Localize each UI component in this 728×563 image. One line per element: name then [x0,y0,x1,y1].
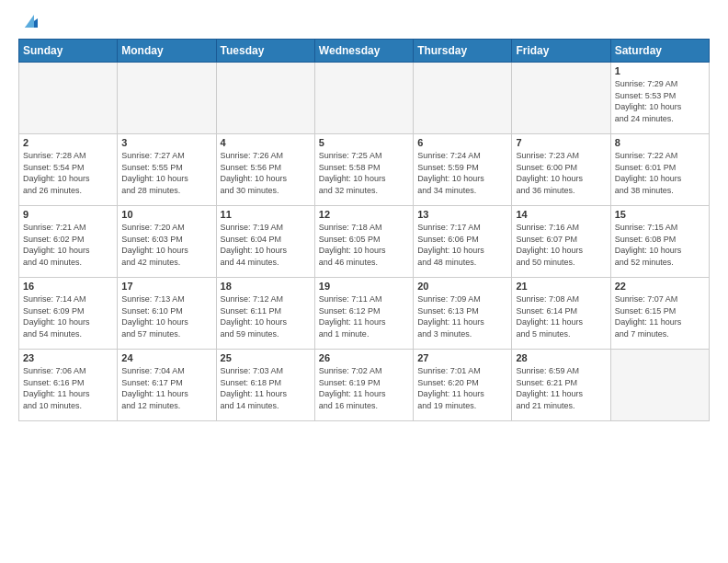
svg-marker-1 [25,15,34,28]
day-number: 13 [417,209,507,220]
calendar-cell: 15Sunrise: 7:15 AM Sunset: 6:08 PM Dayli… [610,206,709,278]
day-info: Sunrise: 7:17 AM Sunset: 6:06 PM Dayligh… [417,222,507,268]
day-info: Sunrise: 7:24 AM Sunset: 5:59 PM Dayligh… [417,150,507,196]
day-number: 18 [221,281,311,292]
day-number: 11 [221,209,311,220]
day-number: 10 [121,209,211,220]
day-number: 9 [23,209,113,220]
weekday-header-monday: Monday [118,40,216,63]
day-info: Sunrise: 7:09 AM Sunset: 6:13 PM Dayligh… [417,293,507,339]
day-info: Sunrise: 7:23 AM Sunset: 6:00 PM Dayligh… [516,150,606,196]
calendar-cell [314,63,413,134]
day-number: 8 [615,137,705,148]
day-info: Sunrise: 7:29 AM Sunset: 5:53 PM Dayligh… [615,78,705,124]
day-number: 19 [319,281,409,292]
logo [18,15,41,31]
day-info: Sunrise: 7:11 AM Sunset: 6:12 PM Dayligh… [319,293,409,339]
day-number: 5 [319,137,409,148]
weekday-header-saturday: Saturday [610,40,709,63]
calendar-cell [610,350,709,421]
day-number: 17 [121,281,211,292]
day-info: Sunrise: 7:25 AM Sunset: 5:58 PM Dayligh… [319,150,409,196]
page-header [18,15,710,31]
calendar-cell: 7Sunrise: 7:23 AM Sunset: 6:00 PM Daylig… [512,134,610,206]
day-number: 12 [319,209,409,220]
calendar-cell: 12Sunrise: 7:18 AM Sunset: 6:05 PM Dayli… [314,206,413,278]
day-number: 26 [319,352,409,363]
day-number: 2 [23,137,113,148]
week-row-2: 2Sunrise: 7:28 AM Sunset: 5:54 PM Daylig… [19,134,710,206]
calendar-cell: 25Sunrise: 7:03 AM Sunset: 6:18 PM Dayli… [216,350,314,421]
day-info: Sunrise: 7:12 AM Sunset: 6:11 PM Dayligh… [221,293,311,339]
day-number: 4 [221,137,311,148]
calendar-cell: 10Sunrise: 7:20 AM Sunset: 6:03 PM Dayli… [118,206,216,278]
calendar-cell [512,63,610,134]
day-info: Sunrise: 7:28 AM Sunset: 5:54 PM Dayligh… [23,150,113,196]
weekday-header-tuesday: Tuesday [216,40,314,63]
day-number: 28 [516,352,606,363]
day-info: Sunrise: 7:07 AM Sunset: 6:15 PM Dayligh… [615,293,705,339]
day-number: 25 [221,352,311,363]
weekday-header-sunday: Sunday [19,40,118,63]
calendar-cell: 27Sunrise: 7:01 AM Sunset: 6:20 PM Dayli… [414,350,512,421]
weekday-header-friday: Friday [512,40,610,63]
weekday-header-thursday: Thursday [414,40,512,63]
day-info: Sunrise: 7:03 AM Sunset: 6:18 PM Dayligh… [221,365,311,411]
week-row-4: 16Sunrise: 7:14 AM Sunset: 6:09 PM Dayli… [19,278,710,350]
calendar-cell: 17Sunrise: 7:13 AM Sunset: 6:10 PM Dayli… [118,278,216,350]
day-info: Sunrise: 7:15 AM Sunset: 6:08 PM Dayligh… [615,222,705,268]
calendar-cell: 26Sunrise: 7:02 AM Sunset: 6:19 PM Dayli… [314,350,413,421]
calendar-cell: 16Sunrise: 7:14 AM Sunset: 6:09 PM Dayli… [19,278,118,350]
day-number: 22 [615,281,705,292]
calendar-cell: 20Sunrise: 7:09 AM Sunset: 6:13 PM Dayli… [414,278,512,350]
calendar-cell [216,63,314,134]
week-row-3: 9Sunrise: 7:21 AM Sunset: 6:02 PM Daylig… [19,206,710,278]
calendar-cell: 23Sunrise: 7:06 AM Sunset: 6:16 PM Dayli… [19,350,118,421]
logo-icon [21,11,41,31]
day-number: 23 [23,352,113,363]
calendar-cell: 3Sunrise: 7:27 AM Sunset: 5:55 PM Daylig… [118,134,216,206]
day-number: 6 [417,137,507,148]
day-info: Sunrise: 7:19 AM Sunset: 6:04 PM Dayligh… [221,222,311,268]
calendar-cell: 5Sunrise: 7:25 AM Sunset: 5:58 PM Daylig… [314,134,413,206]
day-info: Sunrise: 7:06 AM Sunset: 6:16 PM Dayligh… [23,365,113,411]
day-info: Sunrise: 7:01 AM Sunset: 6:20 PM Dayligh… [417,365,507,411]
day-number: 3 [121,137,211,148]
calendar-cell: 4Sunrise: 7:26 AM Sunset: 5:56 PM Daylig… [216,134,314,206]
calendar-cell: 2Sunrise: 7:28 AM Sunset: 5:54 PM Daylig… [19,134,118,206]
calendar-table: SundayMondayTuesdayWednesdayThursdayFrid… [18,39,710,421]
day-number: 1 [615,65,705,76]
week-row-5: 23Sunrise: 7:06 AM Sunset: 6:16 PM Dayli… [19,350,710,421]
day-info: Sunrise: 7:02 AM Sunset: 6:19 PM Dayligh… [319,365,409,411]
calendar-cell: 6Sunrise: 7:24 AM Sunset: 5:59 PM Daylig… [414,134,512,206]
calendar-cell: 11Sunrise: 7:19 AM Sunset: 6:04 PM Dayli… [216,206,314,278]
day-info: Sunrise: 7:18 AM Sunset: 6:05 PM Dayligh… [319,222,409,268]
calendar-cell [118,63,216,134]
day-number: 14 [516,209,606,220]
calendar-cell: 21Sunrise: 7:08 AM Sunset: 6:14 PM Dayli… [512,278,610,350]
day-info: Sunrise: 7:04 AM Sunset: 6:17 PM Dayligh… [121,365,211,411]
calendar-cell: 28Sunrise: 6:59 AM Sunset: 6:21 PM Dayli… [512,350,610,421]
calendar-cell: 8Sunrise: 7:22 AM Sunset: 6:01 PM Daylig… [610,134,709,206]
calendar-cell: 1Sunrise: 7:29 AM Sunset: 5:53 PM Daylig… [610,63,709,134]
day-number: 15 [615,209,705,220]
day-number: 21 [516,281,606,292]
day-number: 27 [417,352,507,363]
calendar-cell [414,63,512,134]
day-info: Sunrise: 6:59 AM Sunset: 6:21 PM Dayligh… [516,365,606,411]
calendar-cell: 14Sunrise: 7:16 AM Sunset: 6:07 PM Dayli… [512,206,610,278]
day-info: Sunrise: 7:08 AM Sunset: 6:14 PM Dayligh… [516,293,606,339]
day-info: Sunrise: 7:26 AM Sunset: 5:56 PM Dayligh… [221,150,311,196]
day-info: Sunrise: 7:27 AM Sunset: 5:55 PM Dayligh… [121,150,211,196]
calendar-cell: 18Sunrise: 7:12 AM Sunset: 6:11 PM Dayli… [216,278,314,350]
calendar-cell: 24Sunrise: 7:04 AM Sunset: 6:17 PM Dayli… [118,350,216,421]
calendar-cell: 22Sunrise: 7:07 AM Sunset: 6:15 PM Dayli… [610,278,709,350]
week-row-1: 1Sunrise: 7:29 AM Sunset: 5:53 PM Daylig… [19,63,710,134]
calendar-page: SundayMondayTuesdayWednesdayThursdayFrid… [0,0,728,563]
calendar-cell: 9Sunrise: 7:21 AM Sunset: 6:02 PM Daylig… [19,206,118,278]
day-number: 16 [23,281,113,292]
day-number: 20 [417,281,507,292]
calendar-cell [19,63,118,134]
day-number: 7 [516,137,606,148]
day-info: Sunrise: 7:14 AM Sunset: 6:09 PM Dayligh… [23,293,113,339]
